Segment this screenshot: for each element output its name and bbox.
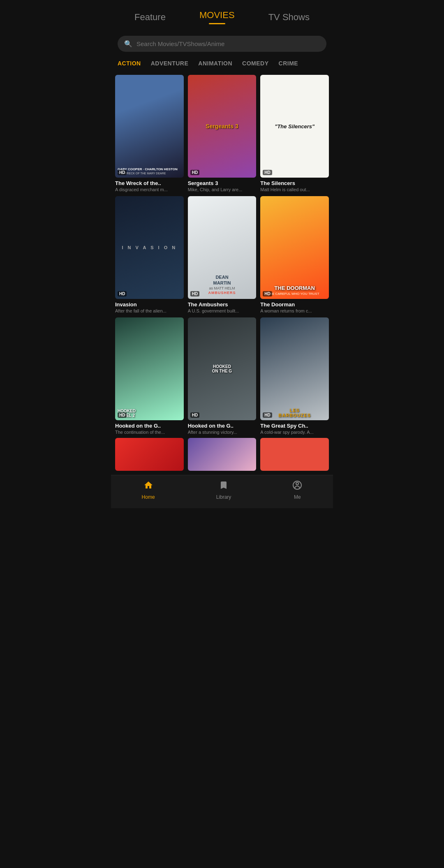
hd-badge: HD — [263, 412, 272, 418]
movie-title: Hooked on the G.. — [115, 423, 184, 429]
genre-comedy[interactable]: COMEDY — [242, 60, 268, 67]
hd-badge: HD — [190, 170, 199, 175]
search-bar: 🔍 — [118, 36, 326, 52]
genre-crime[interactable]: CRIME — [279, 60, 298, 67]
nav-library-label: Library — [216, 494, 231, 500]
movie-title: Invasion — [115, 301, 184, 308]
movie-grid: GARY COOPER · CHARLTON HESTON THE WRECK … — [111, 72, 333, 438]
partial-movie-card[interactable] — [260, 438, 329, 471]
bookmark-icon — [219, 480, 229, 493]
hd-badge: HD — [190, 291, 199, 296]
movie-description: After a stunning victory... — [188, 430, 257, 435]
movie-description: Mike, Chip, and Larry are... — [188, 187, 257, 192]
genre-adventure[interactable]: ADVENTURE — [151, 60, 189, 67]
movie-card[interactable]: LESBARBOUZES HD The Great Spy Ch.. A col… — [260, 317, 329, 435]
movie-description: A U.S. government built... — [188, 308, 257, 313]
movie-card[interactable]: Sergeants 3 HD Sergeants 3 Mike, Chip, a… — [188, 75, 257, 192]
movie-card[interactable]: HOOKEDLEVEL 2 HD Hooked on the G.. The c… — [115, 317, 184, 435]
genre-action[interactable]: ACTION — [118, 60, 141, 67]
bottom-nav: Home Library Me — [111, 475, 333, 508]
movie-description: A woman returns from c... — [260, 308, 329, 313]
hd-badge: HD — [263, 170, 272, 175]
movie-card[interactable]: "The Silencers" HD The Silencers Matt He… — [260, 75, 329, 192]
hd-badge: HD — [118, 291, 127, 296]
tab-tvshows[interactable]: TV Shows — [268, 12, 310, 26]
svg-point-1 — [296, 482, 298, 485]
movie-description: The continuation of the... — [115, 430, 184, 435]
movie-card[interactable]: DEAN MARTIN as MATT HELM AMBUSHERS HD Th… — [188, 196, 257, 313]
nav-home[interactable]: Home — [142, 480, 155, 500]
genre-tabs: ACTION ADVENTURE ANIMATION COMEDY CRIME — [111, 60, 333, 72]
nav-home-label: Home — [142, 494, 155, 500]
movie-card[interactable]: THE DOORMAN BE CAREFUL WHO YOU TRUST HD … — [260, 196, 329, 313]
movie-description: Matt Helm is called out... — [260, 187, 329, 192]
movie-title: Sergeants 3 — [188, 180, 257, 186]
tab-feature[interactable]: Feature — [134, 12, 166, 26]
partial-movie-card[interactable] — [115, 438, 184, 471]
movie-card[interactable]: HOOKEDON THE G HD Hooked on the G.. Afte… — [188, 317, 257, 435]
nav-library[interactable]: Library — [216, 480, 231, 500]
search-icon: 🔍 — [124, 40, 132, 48]
tab-movies[interactable]: MOVIES — [199, 10, 235, 28]
header-tabs: Feature MOVIES TV Shows — [111, 0, 333, 28]
movie-description: A cold-war spy parody. A... — [260, 430, 329, 435]
hd-badge: HD — [118, 412, 127, 418]
hd-badge: HD — [263, 291, 272, 296]
home-icon — [143, 480, 153, 493]
movie-card[interactable]: GARY COOPER · CHARLTON HESTON THE WRECK … — [115, 75, 184, 192]
partial-movie-row — [111, 438, 333, 475]
search-input[interactable] — [136, 40, 320, 47]
person-icon — [292, 480, 302, 493]
movie-description: A disgraced merchant m... — [115, 187, 184, 192]
movie-description: After the fall of the alien... — [115, 308, 184, 313]
hd-badge: HD — [118, 170, 127, 175]
movie-title: The Great Spy Ch.. — [260, 423, 329, 429]
genre-animation[interactable]: ANIMATION — [198, 60, 232, 67]
movie-title: The Doorman — [260, 301, 329, 308]
partial-movie-card[interactable] — [188, 438, 257, 471]
nav-me[interactable]: Me — [292, 480, 302, 500]
movie-title: The Silencers — [260, 180, 329, 186]
nav-me-label: Me — [294, 494, 301, 500]
movie-title: The Wreck of the.. — [115, 180, 184, 186]
movie-title: The Ambushers — [188, 301, 257, 308]
hd-badge: HD — [190, 412, 199, 418]
movie-title: Hooked on the G.. — [188, 423, 257, 429]
movie-card[interactable]: I N V A S I O N HD Invasion After the fa… — [115, 196, 184, 313]
